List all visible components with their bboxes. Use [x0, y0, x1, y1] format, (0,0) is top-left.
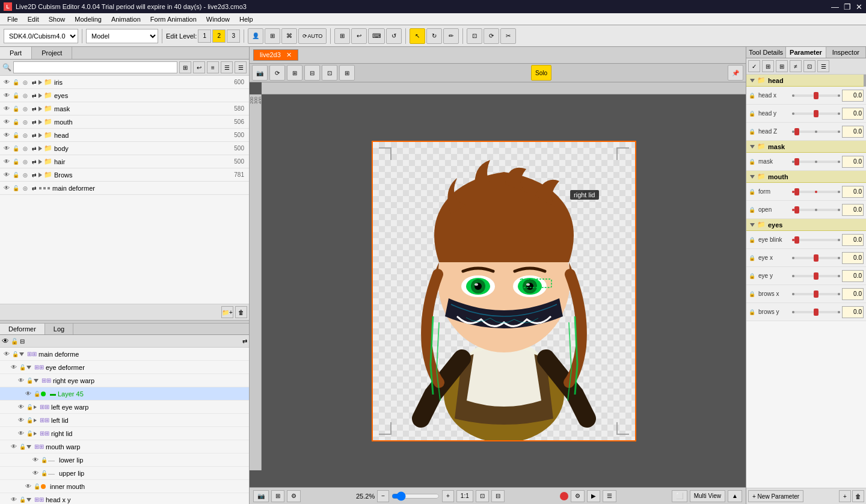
- list-item[interactable]: 👁 🔓 ⊞⊞ mouth warp: [0, 440, 249, 453]
- list-item[interactable]: 👁 🔓 inner mouth: [0, 480, 249, 493]
- tab-parameter[interactable]: Parameter: [786, 47, 826, 58]
- param-list-btn[interactable]: ☰: [817, 60, 829, 72]
- canvas-tab-live2d3[interactable]: live2d3 ✕: [253, 49, 298, 61]
- deformer-item-right-eye-warp[interactable]: ⊞⊞ right eye warp: [34, 377, 247, 384]
- add-folder-btn[interactable]: 📁+: [221, 306, 233, 318]
- solo-icon[interactable]: ◎: [21, 118, 29, 126]
- minimize-btn[interactable]: —: [831, 2, 839, 11]
- lock-icon[interactable]: 🔒: [749, 273, 757, 279]
- menu-file[interactable]: File: [2, 14, 23, 24]
- flip2-btn[interactable]: ⊟: [304, 65, 320, 81]
- auto-btn[interactable]: ⟳AUTO: [298, 28, 327, 44]
- extra1-btn[interactable]: ⊡: [467, 28, 482, 44]
- lock-icon[interactable]: 🔒: [749, 93, 757, 99]
- lock-icon[interactable]: 🔒: [749, 207, 757, 213]
- tab-tool-details[interactable]: Tool Details: [746, 47, 786, 58]
- tab-log[interactable]: Log: [45, 324, 73, 334]
- param-slider-form[interactable]: [792, 186, 840, 198]
- param-grid2-btn[interactable]: ⊞: [776, 60, 788, 72]
- lock-icon[interactable]: 🔓: [25, 403, 34, 411]
- list-item[interactable]: 👁 🔓 ◎ ⇄ 📁 hair 500: [0, 155, 249, 168]
- deformer-item-layer45[interactable]: ▬ Layer 45: [41, 390, 247, 398]
- transform-btn[interactable]: ⌘: [281, 28, 297, 44]
- pin-btn[interactable]: 📌: [728, 65, 743, 81]
- menu-show[interactable]: Show: [44, 14, 70, 24]
- solo-icon[interactable]: ◎: [21, 91, 29, 100]
- select-btn[interactable]: ↖: [410, 28, 425, 44]
- snap2-btn[interactable]: ⊞: [265, 28, 280, 44]
- camera-btn[interactable]: 📷: [252, 65, 268, 81]
- zoom-out-btn[interactable]: −: [377, 490, 389, 502]
- visibility-icon[interactable]: 👁: [2, 144, 11, 153]
- lock-icon[interactable]: 🔒: [749, 129, 757, 135]
- fullscreen-btn[interactable]: ⊟: [491, 490, 505, 502]
- list-item[interactable]: 👁 🔓 ⊞⊞ head x y: [0, 493, 249, 504]
- row-name-head[interactable]: 📁 head: [38, 131, 223, 139]
- list-item[interactable]: 👁 🔓 ◎ ⇄ main deformer: [0, 182, 249, 195]
- list-item[interactable]: 👁 🔓 ◎ ⇄ 📁 mask 580: [0, 102, 249, 115]
- filter-btn[interactable]: ⊞: [179, 61, 191, 73]
- param-check-btn[interactable]: ✓: [748, 60, 760, 72]
- visibility-icon[interactable]: 👁: [2, 131, 11, 140]
- lock-icon[interactable]: 🔓: [25, 429, 34, 438]
- lock-icon[interactable]: 🔒: [749, 309, 757, 315]
- lock-icon[interactable]: 🔓: [40, 469, 48, 478]
- play-btn[interactable]: ▶: [587, 490, 600, 502]
- row-name-main-deformer[interactable]: main deformer: [38, 185, 223, 192]
- tool1-btn[interactable]: ⊞: [334, 28, 350, 44]
- visibility-icon[interactable]: 👁: [2, 350, 11, 358]
- collapse-icon[interactable]: ⊟: [20, 338, 25, 345]
- lock-icon[interactable]: 🔓: [12, 78, 20, 87]
- extra2-btn[interactable]: ⟳: [484, 28, 499, 44]
- sort-btn[interactable]: ≡: [207, 61, 219, 73]
- list-item[interactable]: 👁 🔓 ▬ Layer 45: [0, 387, 249, 401]
- param-group-eyes-header[interactable]: 📁 eyes: [746, 219, 866, 231]
- scroll-thumb[interactable]: [864, 75, 866, 87]
- param-grid-btn[interactable]: ⊞: [762, 60, 774, 72]
- menu-window[interactable]: Window: [201, 14, 235, 24]
- param-group-head-header[interactable]: 📁 head: [746, 75, 866, 87]
- lock-icon[interactable]: 🔓: [11, 350, 19, 358]
- options-btn[interactable]: ☰: [221, 61, 233, 73]
- param-slider-open[interactable]: [792, 204, 840, 216]
- param-filter-btn[interactable]: ≠: [790, 60, 802, 72]
- param-group-mouth-header[interactable]: 📁 mouth: [746, 171, 866, 183]
- tool3-btn[interactable]: ⌨: [368, 28, 385, 44]
- row-name-iris[interactable]: 📁 iris: [38, 78, 223, 86]
- menu-edit[interactable]: Edit: [23, 14, 44, 24]
- lock-all-icon[interactable]: 🔓: [11, 338, 18, 345]
- extra3-btn[interactable]: ✂: [500, 28, 516, 44]
- list-item[interactable]: 👁 🔓 ◎ ⇄ 📁 Brows 781: [0, 168, 249, 182]
- deformer-item-right-lid[interactable]: ⊞⊞ right lid: [34, 430, 247, 437]
- link-icon[interactable]: ⇄: [31, 185, 39, 191]
- visibility-icon[interactable]: 👁: [31, 456, 40, 464]
- close-icon[interactable]: ✕: [286, 51, 292, 58]
- list-item[interactable]: 👁 🔓 ⊞⊞ main deforme: [0, 348, 249, 361]
- visibility-icon[interactable]: 👁: [17, 376, 25, 385]
- list-item[interactable]: 👁 🔓 — upper lip: [0, 467, 249, 480]
- deformer-item-eye[interactable]: ⊞⊞ eye deformer: [26, 364, 247, 371]
- lock-icon[interactable]: 🔓: [32, 482, 41, 491]
- list-item[interactable]: 👁 🔓 ⊞⊞ right lid: [0, 427, 249, 440]
- visibility-icon[interactable]: 👁: [31, 469, 40, 478]
- link-icon[interactable]: ⇄: [31, 79, 39, 85]
- visibility-icon[interactable]: 👁: [2, 91, 11, 100]
- transform2-btn[interactable]: ⟳: [269, 65, 285, 81]
- solo-btn[interactable]: Solo: [531, 65, 551, 81]
- more-btn[interactable]: ☰: [235, 61, 247, 73]
- param-group-mask-header[interactable]: 📁 mask: [746, 141, 866, 153]
- edit-level-2[interactable]: 2: [212, 29, 226, 43]
- new-parameter-btn[interactable]: + New Parameter: [748, 490, 803, 502]
- visibility-icon[interactable]: 👁: [17, 429, 25, 438]
- multi-view-btn[interactable]: Multi View: [690, 490, 725, 502]
- visibility-icon[interactable]: 👁: [2, 118, 11, 126]
- solo-icon[interactable]: ◎: [21, 78, 29, 87]
- lock-icon[interactable]: 🔒: [749, 159, 757, 165]
- list-item[interactable]: 👁 🔓 ⊞⊞ left eye warp: [0, 401, 249, 414]
- zoom-reset-btn[interactable]: 1:1: [456, 490, 473, 502]
- expand-icon[interactable]: ⇄: [242, 338, 247, 345]
- link-icon[interactable]: ⇄: [31, 172, 39, 178]
- window-controls[interactable]: — ❐ ✕: [831, 2, 862, 11]
- visibility-icon[interactable]: 👁: [10, 496, 18, 504]
- grid-icon-btn[interactable]: ⊞: [271, 490, 284, 502]
